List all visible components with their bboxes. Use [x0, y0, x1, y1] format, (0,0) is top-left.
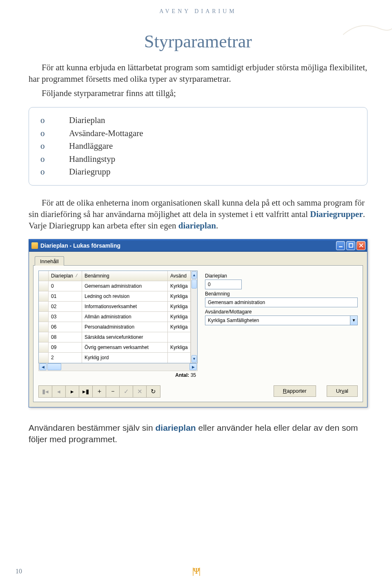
nav-refresh-button[interactable]: ↻ — [147, 386, 160, 397]
tab-innehall[interactable]: Innehåll — [35, 256, 64, 266]
count-value: 35 — [191, 372, 196, 378]
app-icon — [31, 242, 38, 249]
app-window: Diarieplan - Lukas församling Innehåll — [29, 239, 368, 407]
scroll-down-button[interactable]: ▼ — [192, 355, 197, 362]
chevron-down-icon[interactable]: ▼ — [350, 315, 358, 325]
bullet-item: Avsändare-Mottagare — [69, 127, 143, 140]
scroll-thumb[interactable] — [47, 363, 61, 370]
table-row[interactable]: 09 Övrig gemensam verksamhet Kyrkliga — [39, 342, 191, 353]
nav-save-button[interactable]: ✓ — [120, 386, 133, 397]
data-grid[interactable]: Diarieplan⁄ Benämning Avsänd 0 Gemensam … — [38, 271, 198, 363]
count-label: Antal: — [175, 372, 189, 378]
table-row[interactable]: 06 Personaladministration Kyrkliga — [39, 322, 191, 332]
titlebar[interactable]: Diarieplan - Lukas församling — [29, 239, 367, 252]
combo-value[interactable]: Kyrkliga Samfälligheten — [205, 315, 350, 325]
field-label-avsandare: Avsändare/Mottagare — [205, 309, 358, 315]
bullet-list: oDiarieplan oAvsändare-Mottagare oHandlä… — [29, 107, 368, 186]
intro-paragraph-1: För att kunna erbjuda en lättarbetat pro… — [29, 62, 368, 85]
field-benamning[interactable]: Gemensam administration — [205, 298, 358, 307]
bullet-item: Diarieplan — [69, 114, 105, 127]
emphasis: Diariegrupper — [310, 209, 363, 219]
urval-button[interactable]: Urval — [327, 385, 358, 397]
decorative-swash — [343, 16, 392, 41]
horizontal-scrollbar[interactable]: ◀ ▶ — [38, 363, 198, 371]
footer-paragraph: Användaren bestämmer själv sin diariepla… — [29, 422, 368, 445]
bullet-item: Handläggare — [69, 140, 113, 153]
nav-prev-button[interactable]: ◂ — [52, 386, 66, 397]
emphasis: diarieplan — [178, 221, 216, 230]
field-label-diarieplan: Diarieplan — [205, 273, 358, 279]
table-row[interactable]: 02 Informationsverksamhet Kyrkliga — [39, 302, 191, 312]
column-header-avsand[interactable]: Avsänd — [168, 271, 191, 281]
body-paragraph: För att de olika enheterna inom organisa… — [29, 197, 368, 232]
nav-last-button[interactable]: ▸▮ — [79, 386, 93, 397]
sort-indicator-icon: ⁄ — [76, 273, 77, 278]
field-label-benamning: Benämning — [205, 291, 358, 297]
minimize-button[interactable] — [336, 241, 345, 250]
content-panel: Diarieplan⁄ Benämning Avsänd 0 Gemensam … — [33, 265, 363, 402]
svg-rect-0 — [339, 246, 343, 247]
nav-delete-button[interactable]: － — [106, 386, 120, 397]
svg-rect-1 — [349, 244, 353, 247]
row-header[interactable] — [39, 271, 49, 281]
bullet-marker: o — [40, 140, 69, 153]
footer-logo-icon: |Ψ| — [192, 566, 200, 576]
close-button[interactable] — [356, 241, 365, 250]
bullet-marker: o — [40, 127, 69, 140]
bullet-marker: o — [40, 114, 69, 127]
scroll-up-button[interactable]: ▲ — [192, 271, 197, 279]
column-header-diarieplan[interactable]: Diarieplan⁄ — [49, 271, 82, 281]
page-header: AVENY DIARIUM — [29, 8, 368, 15]
emphasis: diarieplan — [155, 423, 196, 432]
bullet-marker: o — [40, 153, 69, 166]
combo-avsandare[interactable]: Kyrkliga Samfälligheten ▼ — [205, 315, 358, 325]
intro-paragraph-2: Följande styrparametrar finns att tillgå… — [29, 87, 368, 99]
field-diarieplan[interactable]: 0 — [205, 280, 242, 289]
table-row[interactable]: 01 Ledning och revision Kyrkliga — [39, 291, 191, 302]
bullet-marker: o — [40, 166, 69, 179]
table-row[interactable]: 03 Allmän administration Kyrkliga — [39, 312, 191, 322]
table-row[interactable]: 08 Särskilda servicefunktioner — [39, 332, 191, 342]
maximize-button[interactable] — [346, 241, 355, 250]
nav-add-button[interactable]: ＋ — [93, 386, 106, 397]
bullet-item: Handlingstyp — [69, 153, 115, 166]
scroll-thumb[interactable] — [192, 280, 197, 289]
column-header-benamning[interactable]: Benämning — [82, 271, 168, 281]
nav-cancel-button[interactable]: ✕ — [133, 386, 147, 397]
scroll-left-button[interactable]: ◀ — [39, 363, 47, 370]
scroll-right-button[interactable]: ▶ — [189, 363, 197, 370]
vertical-scrollbar[interactable]: ▲ ▼ — [191, 271, 197, 363]
table-row[interactable]: 2 Kyrklig jord — [39, 353, 191, 363]
rapporter-button[interactable]: Rapporter — [274, 385, 316, 397]
record-navigator: ▮◂ ◂ ▸ ▸▮ ＋ － ✓ ✕ ↻ — [38, 385, 160, 398]
page-title: Styrparametrar — [29, 31, 368, 52]
nav-next-button[interactable]: ▸ — [66, 386, 79, 397]
page-number: 10 — [16, 568, 22, 575]
detail-pane: Diarieplan 0 Benämning Gemensam administ… — [205, 271, 358, 378]
table-row[interactable]: 0 Gemensam administration Kyrkliga — [39, 281, 191, 291]
window-title: Diarieplan - Lukas församling — [40, 242, 120, 249]
bullet-item: Diariegrupp — [69, 166, 110, 179]
body-text: . — [216, 221, 218, 230]
count-row: Antal: 35 — [38, 371, 198, 378]
nav-first-button[interactable]: ▮◂ — [39, 386, 52, 397]
